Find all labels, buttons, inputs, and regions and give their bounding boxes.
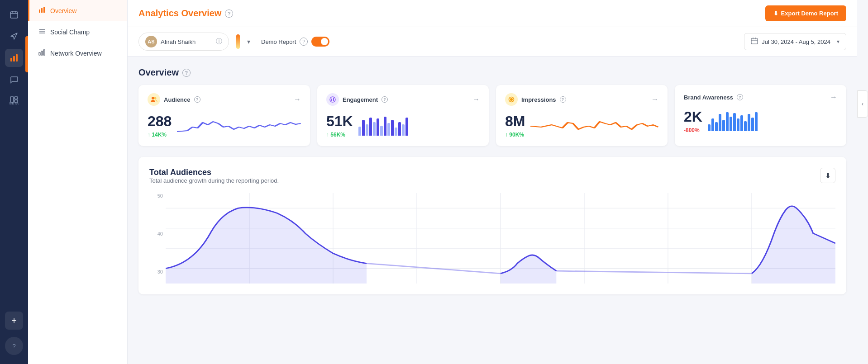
- engagement-change: ↑ 56K%: [326, 132, 353, 138]
- download-chart-button[interactable]: ⬇: [820, 168, 835, 183]
- export-button-label: Export Demo Report: [781, 10, 838, 17]
- svg-rect-26: [331, 99, 332, 101]
- brand-awareness-arrow[interactable]: →: [830, 93, 837, 101]
- svg-rect-8: [14, 97, 18, 99]
- audience-change-arrow-up: ↑: [148, 132, 150, 138]
- y-label-40: 40: [157, 231, 163, 236]
- beta-label: BETA: [10, 101, 19, 105]
- main-content: Analytics Overview ? ⬇ Export Demo Repor…: [128, 0, 857, 364]
- sidebar-icon-send[interactable]: [5, 27, 23, 45]
- total-audiences-title: Total Audiences: [149, 168, 279, 177]
- demo-report-toggle[interactable]: [311, 37, 329, 47]
- engagement-label: Engagement: [343, 96, 378, 103]
- engagement-card: Engagement ? → 51K ↑ 56K%: [317, 85, 489, 146]
- svg-rect-17: [41, 51, 43, 55]
- audience-chart: [177, 113, 301, 138]
- add-button[interactable]: +: [5, 312, 23, 330]
- y-label-50: 50: [157, 193, 163, 199]
- sidebar-item-social-champ-label: Social Champ: [50, 28, 90, 36]
- impressions-arrow[interactable]: →: [651, 95, 658, 104]
- engagement-help-icon[interactable]: ?: [382, 96, 388, 103]
- impressions-change-value: 90K%: [509, 132, 524, 138]
- profile-dropdown-arrow[interactable]: ▾: [247, 38, 250, 45]
- sidebar-icon-beta[interactable]: BETA: [5, 92, 23, 108]
- svg-point-24: [154, 97, 157, 99]
- page-title: Analytics Overview ?: [138, 8, 233, 19]
- date-dropdown-arrow: ▾: [837, 38, 839, 45]
- impressions-icon: [505, 93, 518, 106]
- main-scroll-area[interactable]: Overview ?: [128, 57, 857, 364]
- overview-icon: [38, 6, 46, 15]
- demo-report-help-icon[interactable]: ?: [300, 38, 308, 46]
- svg-rect-4: [10, 58, 12, 61]
- svg-rect-11: [41, 8, 43, 13]
- brand-awareness-help-icon[interactable]: ?: [737, 94, 743, 100]
- color-bar: [236, 34, 240, 49]
- overview-title-text: Overview: [138, 67, 179, 78]
- impressions-card: Impressions ? → 8M ↑ 90K%: [496, 85, 668, 146]
- header: Analytics Overview ? ⬇ Export Demo Repor…: [128, 0, 857, 27]
- engagement-chart: [358, 115, 480, 136]
- analytics-title-text: Analytics Overview: [138, 8, 221, 19]
- impressions-help-icon[interactable]: ?: [560, 96, 566, 103]
- svg-point-28: [510, 98, 513, 101]
- engagement-value: 51K: [326, 113, 353, 130]
- social-champ-icon: [38, 28, 46, 36]
- profile-name: Afirah Shaikh: [161, 38, 212, 45]
- overview-help-icon[interactable]: ?: [182, 69, 191, 77]
- sidebar-icon-analytics[interactable]: [5, 49, 23, 67]
- svg-rect-5: [13, 56, 15, 61]
- sidebar-item-overview-label: Overview: [50, 7, 76, 14]
- network-overview-icon: [38, 49, 46, 57]
- sidebar-item-social-champ[interactable]: Social Champ: [28, 21, 127, 43]
- sidebar-item-network-overview[interactable]: Network Overview: [28, 43, 127, 64]
- sidebar-item-overview[interactable]: Overview: [28, 0, 127, 21]
- audience-help-icon[interactable]: ?: [194, 96, 200, 103]
- profile-info-icon: ⓘ: [216, 38, 222, 46]
- svg-point-25: [330, 97, 335, 102]
- collapse-nav-button[interactable]: ‹: [857, 90, 868, 118]
- total-audiences-section: Total Audiences Total audience growth du…: [138, 157, 846, 294]
- total-audiences-subtitle: Total audience growth during the reporti…: [149, 177, 279, 184]
- demo-report-section: Demo Report ?: [261, 37, 329, 47]
- svg-rect-27: [333, 98, 334, 101]
- header-help-icon[interactable]: ?: [225, 9, 233, 18]
- audience-change-value: 14K%: [152, 132, 167, 138]
- sidebar-icon-comments[interactable]: [5, 71, 23, 89]
- svg-rect-19: [751, 38, 758, 44]
- calendar-icon: [751, 37, 758, 46]
- brand-awareness-card: Brand Awareness ? → 2K -800%: [675, 85, 846, 146]
- chart-svg-area: [166, 193, 835, 284]
- svg-rect-10: [39, 9, 40, 13]
- profile-selector[interactable]: AS Afirah Shaikh ⓘ: [138, 33, 229, 51]
- audience-value: 288: [148, 113, 172, 130]
- engagement-arrow[interactable]: →: [472, 95, 480, 104]
- impressions-value: 8M: [505, 113, 525, 130]
- audience-arrow[interactable]: →: [294, 95, 301, 104]
- brand-awareness-label: Brand Awareness: [684, 94, 733, 101]
- demo-report-label: Demo Report: [261, 38, 296, 45]
- date-range-label: Jul 30, 2024 - Aug 5, 2024: [762, 38, 830, 45]
- y-label-30: 30: [157, 269, 163, 274]
- sidebar-icon-calendar[interactable]: [5, 5, 23, 24]
- svg-rect-6: [16, 54, 18, 61]
- brand-awareness-chart: [708, 111, 837, 131]
- audience-change: ↑ 14K%: [148, 132, 172, 138]
- sidebar-item-network-overview-label: Network Overview: [50, 50, 102, 57]
- svg-rect-16: [39, 52, 40, 55]
- audience-label: Audience: [164, 96, 191, 103]
- svg-rect-0: [10, 12, 18, 18]
- svg-rect-18: [43, 50, 45, 55]
- export-demo-report-button[interactable]: ⬇ Export Demo Report: [765, 5, 846, 21]
- engagement-change-value: 56K%: [330, 132, 345, 138]
- brand-awareness-change-value: -800%: [684, 127, 700, 133]
- svg-rect-12: [43, 7, 45, 13]
- help-button[interactable]: ?: [5, 337, 23, 355]
- impressions-change: ↑ 90K%: [505, 132, 525, 138]
- date-range-selector[interactable]: Jul 30, 2024 - Aug 5, 2024 ▾: [744, 33, 846, 50]
- impressions-label: Impressions: [521, 96, 556, 103]
- engagement-change-arrow-up: ↑: [326, 132, 329, 138]
- area-chart: 50 40 30: [149, 193, 835, 284]
- y-axis-labels: 50 40 30: [149, 193, 166, 274]
- filter-bar: AS Afirah Shaikh ⓘ ▾ Demo Report ? Jul 3…: [128, 27, 857, 57]
